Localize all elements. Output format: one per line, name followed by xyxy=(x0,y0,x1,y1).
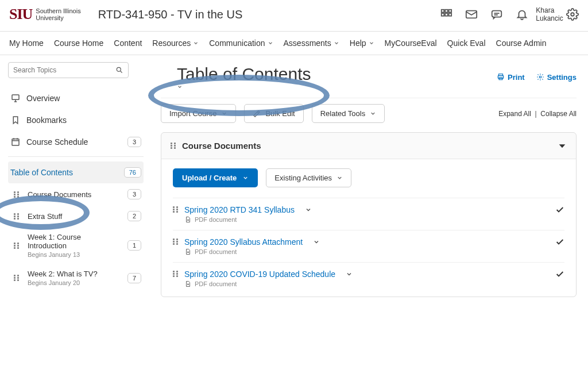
sidebar-item-schedule[interactable]: Course Schedule 3 xyxy=(8,131,144,153)
sidebar-item-week-1-course-introduction[interactable]: Week 1: Course IntroductionBegins Januar… xyxy=(9,227,144,264)
sidebar-item-label: Course Documents xyxy=(28,190,122,199)
overview-icon xyxy=(10,93,21,103)
search-topics[interactable] xyxy=(8,62,129,78)
checkmark-icon xyxy=(555,270,564,279)
document-meta: PDF document xyxy=(184,248,550,255)
org-abbrev: SIU xyxy=(9,6,32,23)
sidebar-item-bookmarks[interactable]: Bookmarks xyxy=(8,109,144,131)
expand-collapse: Expand All | Collapse All xyxy=(498,110,577,118)
sidebar-item-week-2-what-is-tv-[interactable]: Week 2: What is TV?Begins January 207 xyxy=(9,264,144,292)
drag-handle-icon[interactable] xyxy=(11,211,22,221)
sidebar-item-extra-stuff[interactable]: Extra Stuff2 xyxy=(9,205,144,227)
module-course-documents: Course Documents Upload / Create Existin… xyxy=(161,132,577,297)
svg-rect-5 xyxy=(449,13,452,16)
nav-item-content[interactable]: Content xyxy=(114,39,142,48)
chevron-down-icon xyxy=(369,40,374,46)
count-badge: 1 xyxy=(127,240,141,251)
count-badge: 76 xyxy=(124,167,141,178)
user-name: Khara Lukancic xyxy=(536,6,563,22)
mail-icon[interactable] xyxy=(465,8,478,21)
svg-rect-16 xyxy=(12,139,19,145)
drag-handle-icon[interactable] xyxy=(173,206,179,213)
chat-icon[interactable] xyxy=(490,8,503,21)
bookmark-icon xyxy=(10,115,21,125)
main-nav: My HomeCourse HomeContentResourcesCommun… xyxy=(0,32,588,55)
svg-rect-0 xyxy=(442,10,444,13)
page-title[interactable]: Table of Contents xyxy=(161,62,330,92)
sidebar-item-label: Overview xyxy=(26,94,141,103)
chevron-down-icon xyxy=(177,84,314,90)
drag-handle-icon[interactable] xyxy=(11,189,22,199)
search-input[interactable] xyxy=(13,66,115,74)
related-tools-button[interactable]: Related Tools xyxy=(312,104,385,123)
header-icon-group: Khara Lukancic xyxy=(440,8,579,21)
sidebar-item-label: Week 2: What is TV? xyxy=(28,270,122,278)
chevron-down-icon[interactable] xyxy=(346,271,353,278)
bell-icon[interactable] xyxy=(516,8,528,21)
document-row: Spring 2020 Syllabus AttachmentPDF docum… xyxy=(173,230,564,262)
drag-handle-icon[interactable] xyxy=(171,143,176,149)
chevron-down-icon[interactable] xyxy=(313,238,320,245)
print-button[interactable]: Print xyxy=(497,73,525,82)
user-menu[interactable]: Khara Lukancic xyxy=(541,8,554,21)
chevron-down-icon[interactable] xyxy=(305,206,312,213)
document-link[interactable]: Spring 2020 RTD 341 Syllabus xyxy=(184,205,312,214)
drag-handle-icon[interactable] xyxy=(11,273,22,283)
drag-handle-icon[interactable] xyxy=(11,240,22,251)
checkmark-icon xyxy=(555,205,564,214)
document-meta: PDF document xyxy=(184,280,550,287)
document-link[interactable]: Spring 2020 COVID-19 Updated Schedule xyxy=(184,270,353,279)
course-title[interactable]: RTD-341-950 - TV in the US xyxy=(98,8,440,21)
drag-handle-icon[interactable] xyxy=(173,238,179,245)
collapse-icon[interactable] xyxy=(558,141,567,151)
sidebar-item-label: Course Schedule xyxy=(26,137,122,147)
existing-activities-button[interactable]: Existing Activities xyxy=(266,168,351,187)
module-title: Course Documents xyxy=(182,141,261,151)
svg-point-23 xyxy=(539,76,541,78)
bulk-edit-button[interactable]: Bulk Edit xyxy=(244,104,303,123)
nav-item-communication[interactable]: Communication xyxy=(209,39,273,48)
sidebar-item-overview[interactable]: Overview xyxy=(8,87,144,109)
nav-item-help[interactable]: Help xyxy=(350,39,374,48)
upload-create-button[interactable]: Upload / Create xyxy=(173,168,258,187)
sidebar-item-label: Week 1: Course Introduction xyxy=(28,233,122,250)
nav-item-quick-eval[interactable]: Quick Eval xyxy=(447,39,486,48)
org-logo[interactable]: SIU Southern IllinoisUniversity xyxy=(9,6,81,23)
nav-item-my-home[interactable]: My Home xyxy=(9,39,44,48)
svg-line-12 xyxy=(121,71,122,73)
svg-rect-1 xyxy=(445,10,448,13)
sidebar-item-label: Bookmarks xyxy=(26,116,141,125)
sidebar-item-course-documents[interactable]: Course Documents3 xyxy=(9,183,144,205)
count-badge: 3 xyxy=(127,189,141,199)
count-badge: 7 xyxy=(127,273,141,283)
calendar-icon xyxy=(10,137,21,147)
nav-item-course-home[interactable]: Course Home xyxy=(54,39,103,48)
search-icon[interactable] xyxy=(115,66,123,74)
import-course-button[interactable]: Import Course xyxy=(161,104,236,123)
org-name: Southern IllinoisUniversity xyxy=(36,7,80,21)
chevron-down-icon xyxy=(334,40,339,46)
sidebar-item-toc[interactable]: Table of Contents 76 xyxy=(8,161,144,183)
document-row: Spring 2020 RTD 341 SyllabusPDF document xyxy=(173,198,564,230)
nav-item-mycourseeval[interactable]: MyCourseEval xyxy=(385,39,437,48)
svg-point-10 xyxy=(571,13,574,16)
nav-item-assessments[interactable]: Assessments xyxy=(284,39,339,48)
sidebar-item-label: Extra Stuff xyxy=(28,212,122,221)
nav-item-course-admin[interactable]: Course Admin xyxy=(496,39,547,48)
expand-all-button[interactable]: Expand All xyxy=(498,110,531,118)
sidebar-item-subtitle: Begins January 20 xyxy=(28,279,122,286)
svg-rect-22 xyxy=(499,78,502,80)
chevron-down-icon xyxy=(193,40,199,46)
gear-icon[interactable] xyxy=(566,8,579,21)
settings-button[interactable]: Settings xyxy=(536,73,577,82)
module-header[interactable]: Course Documents xyxy=(161,133,576,159)
main-content: Table of Contents Print Settings Import … xyxy=(149,55,588,309)
nav-item-resources[interactable]: Resources xyxy=(152,39,199,48)
collapse-all-button[interactable]: Collapse All xyxy=(540,110,577,118)
apps-icon[interactable] xyxy=(440,8,452,21)
document-link[interactable]: Spring 2020 Syllabus Attachment xyxy=(184,237,320,247)
toolbar: Import Course Bulk Edit Related Tools Ex… xyxy=(161,98,577,132)
svg-rect-3 xyxy=(442,13,444,16)
drag-handle-icon[interactable] xyxy=(173,271,179,277)
chevron-down-icon xyxy=(268,40,273,46)
